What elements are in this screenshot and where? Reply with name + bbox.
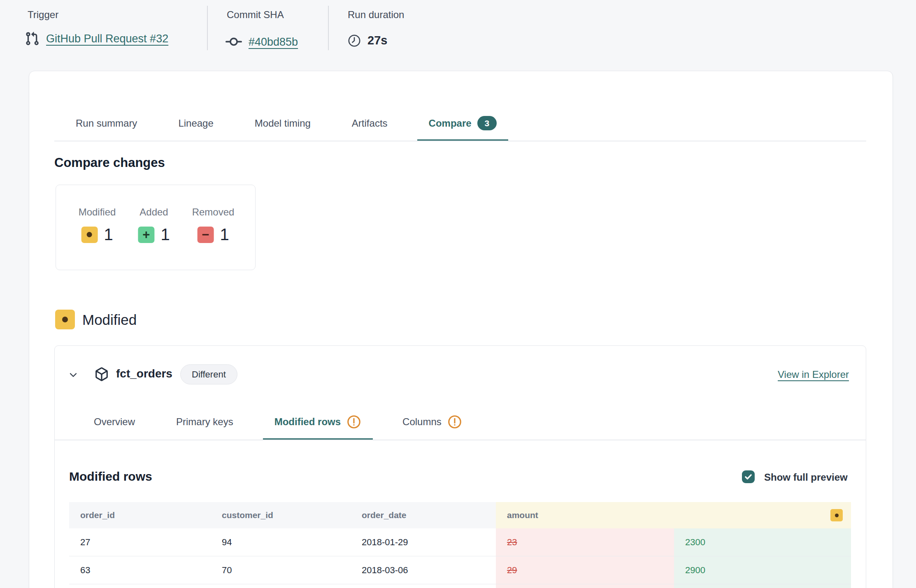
vertical-divider <box>328 6 329 50</box>
table-cell-new-value: 2900 <box>674 556 851 584</box>
commit-value: #40bd85b <box>226 34 298 50</box>
tab-lineage[interactable]: Lineage <box>167 107 225 141</box>
modified-section-icon <box>55 310 75 329</box>
model-tabs-divider <box>55 440 866 440</box>
tab-primary-keys[interactable]: Primary keys <box>165 405 245 440</box>
modified-dot-icon <box>81 227 98 243</box>
commit-link[interactable]: #40bd85b <box>249 36 298 49</box>
tab-columns[interactable]: Columns <box>391 405 474 440</box>
model-name: fct_orders <box>116 367 172 380</box>
modified-count: 1 <box>104 225 113 244</box>
pull-request-icon <box>25 31 40 46</box>
trigger-label: Trigger <box>28 9 58 21</box>
run-tabs: Run summary Lineage Model timing Artifac… <box>64 107 508 141</box>
table-cell-new-value <box>674 584 851 588</box>
run-duration-label: Run duration <box>348 9 404 21</box>
column-header-order-date: order_date <box>351 502 496 528</box>
column-header-amount-flag <box>674 502 851 528</box>
table-cell: 27 <box>69 528 211 556</box>
warning-circle-icon <box>447 414 462 429</box>
table-cell: 63 <box>69 556 211 584</box>
stat-added: Added + 1 <box>138 206 170 244</box>
table-cell-old-value: 23 <box>496 528 674 556</box>
vertical-divider <box>207 6 208 50</box>
column-header-amount: amount <box>496 502 674 528</box>
table-cell <box>69 584 211 588</box>
modified-section-title: Modified <box>82 312 137 328</box>
modified-dot-icon <box>830 509 843 521</box>
run-duration-value: 27s <box>348 34 387 47</box>
modified-rows-table: order_id customer_id order_date amount 2… <box>69 502 851 588</box>
added-count: 1 <box>160 225 170 244</box>
table-cell: 70 <box>211 556 351 584</box>
warning-circle-icon <box>346 414 361 429</box>
table-cell <box>351 584 496 588</box>
column-header-order-id: order_id <box>69 502 211 528</box>
table-cell-new-value: 2300 <box>674 528 851 556</box>
show-full-preview-label[interactable]: Show full preview <box>764 472 848 483</box>
tab-modified-rows[interactable]: Modified rows <box>263 405 373 440</box>
tab-overview[interactable]: Overview <box>82 405 146 440</box>
column-header-customer-id: customer_id <box>211 502 351 528</box>
trigger-value: GitHub Pull Request #32 <box>25 31 168 46</box>
table-cell-old-value: 29 <box>496 556 674 584</box>
tab-model-timing[interactable]: Model timing <box>243 107 322 141</box>
show-full-preview-checkbox[interactable] <box>742 470 755 483</box>
tab-compare[interactable]: Compare 3 <box>417 107 509 141</box>
trigger-link[interactable]: GitHub Pull Request #32 <box>46 32 168 45</box>
cube-icon <box>95 367 109 382</box>
status-badge: Different <box>180 364 237 384</box>
chevron-down-icon[interactable] <box>67 369 79 381</box>
model-detail-tabs: Overview Primary keys Modified rows Colu… <box>82 405 474 440</box>
stat-modified: Modified 1 <box>79 206 116 244</box>
table-cell-old-value <box>496 584 674 588</box>
tab-artifacts[interactable]: Artifacts <box>340 107 399 141</box>
plus-icon: + <box>138 227 154 243</box>
compare-count-badge: 3 <box>477 116 497 130</box>
modified-rows-heading: Modified rows <box>69 470 152 484</box>
table-cell <box>211 584 351 588</box>
minus-icon: − <box>197 227 214 243</box>
removed-count: 1 <box>220 225 229 244</box>
table-cell: 94 <box>211 528 351 556</box>
commit-label: Commit SHA <box>227 9 284 21</box>
table-cell: 2018-01-29 <box>351 528 496 556</box>
change-summary-card: Modified 1 Added + 1 Removed − 1 <box>56 185 256 270</box>
clock-icon <box>348 34 361 47</box>
table-cell: 2018-03-06 <box>351 556 496 584</box>
git-commit-icon <box>226 34 242 50</box>
tabs-divider <box>54 141 866 141</box>
check-icon <box>744 472 753 481</box>
compare-changes-heading: Compare changes <box>54 155 165 170</box>
stat-removed: Removed − 1 <box>192 206 235 244</box>
view-in-explorer-link[interactable]: View in Explorer <box>778 369 849 380</box>
tab-run-summary[interactable]: Run summary <box>64 107 149 141</box>
